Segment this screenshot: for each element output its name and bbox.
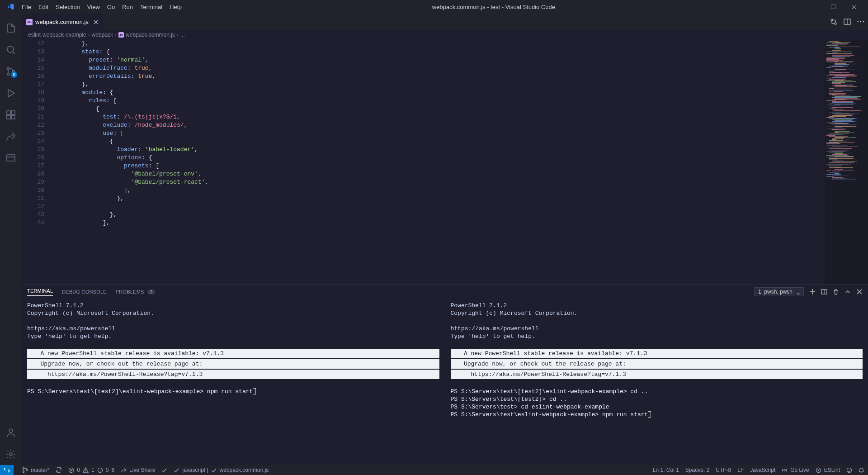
terminal-left[interactable]: PowerShell 7.1.2 Copyright (c) Microsoft… (22, 299, 445, 465)
breadcrumb-seg[interactable]: ... (180, 32, 185, 38)
status-warnings-count: 1 (91, 467, 94, 473)
terminal-notice: A new PowerShell stable release is avail… (451, 349, 863, 358)
tab-actions (830, 14, 868, 30)
svg-rect-0 (810, 7, 815, 7)
svg-rect-8 (11, 115, 15, 119)
activity-settings[interactable] (0, 443, 22, 465)
line-number-gutter: 1213141516171819202122232425262728293031… (22, 40, 53, 284)
svg-rect-1 (831, 5, 835, 9)
split-editor-icon[interactable] (844, 18, 851, 25)
breadcrumb-seg[interactable]: webpack (92, 32, 113, 38)
tab-label: webpack.common.js (35, 19, 89, 25)
status-branch-label: master* (31, 467, 49, 473)
new-terminal-icon[interactable] (809, 289, 816, 295)
status-language[interactable]: JavaScript (750, 467, 775, 473)
status-liveshare[interactable]: Live Share (121, 467, 155, 473)
status-ln-col-label: Ln 1, Col 1 (653, 467, 679, 473)
menu-file[interactable]: File (18, 4, 35, 10)
status-eslint[interactable]: ESLint (816, 467, 840, 473)
terminal-notice: Upgrade now, or check out the release pa… (27, 359, 439, 369)
menu-go[interactable]: Go (104, 4, 118, 10)
panel-tab-terminal[interactable]: TERMINAL (27, 288, 53, 296)
svg-point-14 (835, 23, 836, 24)
breadcrumbs[interactable]: eslint-webpack-example › webpack › JS we… (22, 30, 868, 40)
status-prettier[interactable] (161, 467, 167, 473)
remote-indicator[interactable] (0, 465, 14, 475)
breadcrumb-seg[interactable]: eslint-webpack-example (28, 32, 86, 38)
panel-tab-problems[interactable]: PROBLEMS (116, 289, 144, 294)
editor-group: JS webpack.common.js eslint-webpack-exam… (22, 14, 868, 465)
activity-liveshare[interactable] (0, 126, 22, 147)
status-feedback[interactable] (846, 467, 852, 473)
menubar: File Edit Selection View Go Run Terminal… (0, 0, 868, 14)
terminal-prompt: PS S:\Servers\test\eslint-webpack-exampl… (451, 411, 648, 418)
activity-other[interactable] (0, 147, 22, 169)
terminal-notice: A new PowerShell stable release is avail… (27, 349, 439, 358)
chevron-down-icon: ⌄ (796, 290, 801, 296)
status-langmode[interactable]: javascript | webpack.common.js (174, 467, 269, 473)
menu-run[interactable]: Run (118, 4, 137, 10)
code-content[interactable]: }, stats: { preset: 'normal', moduleTrac… (53, 40, 825, 284)
activity-source-control[interactable]: 8 (0, 61, 22, 82)
menu-view[interactable]: View (84, 4, 104, 10)
status-lang-detect-label: javascript | (182, 467, 208, 473)
split-terminal-icon[interactable] (821, 289, 827, 295)
code-editor[interactable]: 1213141516171819202122232425262728293031… (22, 40, 868, 284)
maximize-panel-icon[interactable] (844, 289, 851, 295)
activity-search[interactable] (0, 39, 22, 61)
menu-selection[interactable]: Selection (52, 4, 83, 10)
activity-accounts[interactable] (0, 422, 22, 443)
problems-count-badge: 7 (147, 290, 156, 294)
panel-tab-debug-console[interactable]: DEBUG CONSOLE (62, 289, 107, 294)
svg-point-21 (23, 471, 24, 472)
status-spaces-label: Spaces: 2 (685, 467, 709, 473)
svg-rect-10 (7, 155, 15, 161)
compare-changes-icon[interactable] (830, 18, 837, 25)
menu-edit[interactable]: Edit (35, 4, 52, 10)
close-panel-icon[interactable] (856, 289, 863, 295)
minimap[interactable] (825, 40, 868, 284)
activity-extensions[interactable] (0, 104, 22, 126)
activity-run-debug[interactable] (0, 82, 22, 104)
status-golive-label: Go Live (790, 467, 809, 473)
status-golive[interactable]: Go Live (782, 467, 809, 473)
status-ln-col[interactable]: Ln 1, Col 1 (653, 467, 679, 473)
status-branch[interactable]: master* (22, 467, 49, 473)
terminal-cursor (253, 388, 256, 394)
terminal-right[interactable]: PowerShell 7.1.2 Copyright (c) Microsoft… (445, 299, 868, 465)
chevron-right-icon: › (177, 32, 179, 38)
status-eol[interactable]: LF (737, 467, 744, 473)
terminal-cursor (648, 411, 651, 418)
terminal-line: Type 'help' to get help. (451, 333, 535, 340)
svg-rect-6 (7, 111, 10, 114)
terminal-prompt: PS S:\Servers\test\[test2]> cd .. (451, 396, 567, 403)
status-sync[interactable] (56, 467, 62, 473)
terminal-line: https://aka.ms/powershell (27, 325, 115, 332)
terminal-selector[interactable]: 1: pwsh, pwsh ⌄ (754, 287, 804, 296)
svg-point-3 (7, 68, 9, 70)
more-actions-icon[interactable] (857, 21, 864, 23)
close-tab-icon[interactable] (93, 19, 99, 25)
terminal-notice: https://aka.ms/PowerShell-Release?tag=v7… (451, 370, 863, 379)
tab-webpack-common[interactable]: JS webpack.common.js (22, 14, 103, 30)
minimize-button[interactable] (802, 0, 823, 14)
window-title: webpack.common.js - test - Visual Studio… (185, 4, 802, 10)
status-encoding[interactable]: UTF-8 (716, 467, 731, 473)
status-spaces[interactable]: Spaces: 2 (685, 467, 709, 473)
menu-help[interactable]: Help (166, 4, 185, 10)
status-problems[interactable]: 0 1 0 6 (68, 467, 114, 473)
close-window-button[interactable] (844, 0, 864, 14)
window-controls (802, 0, 864, 14)
svg-point-17 (860, 21, 862, 23)
status-encoding-label: UTF-8 (716, 467, 731, 473)
terminal-line: PowerShell 7.1.2 (27, 302, 84, 309)
activity-explorer[interactable] (0, 17, 22, 39)
svg-point-13 (831, 19, 833, 21)
svg-point-22 (26, 469, 27, 470)
status-notifications[interactable] (859, 467, 864, 473)
menu-terminal[interactable]: Terminal (137, 4, 166, 10)
breadcrumb-seg[interactable]: webpack.common.js (126, 32, 175, 38)
status-language-label: JavaScript (750, 467, 775, 473)
maximize-button[interactable] (823, 0, 844, 14)
kill-terminal-icon[interactable] (833, 289, 839, 295)
